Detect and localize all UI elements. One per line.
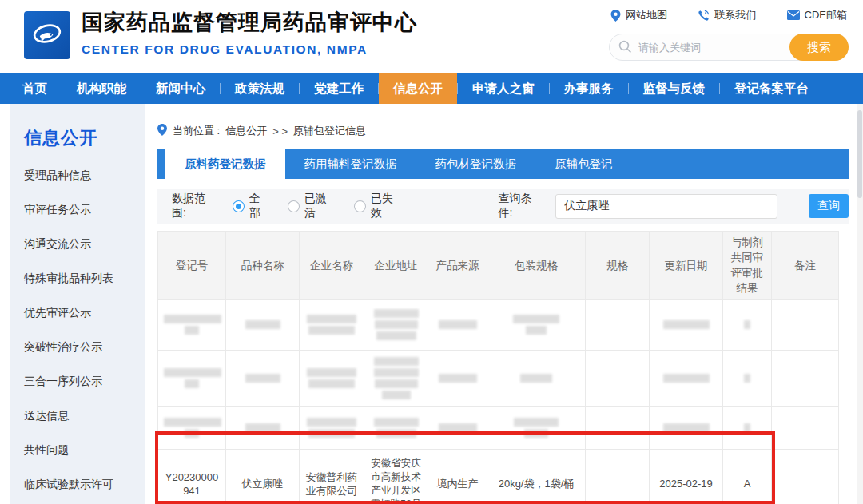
query-input[interactable] [555, 194, 777, 219]
scrollbar-thumb[interactable] [857, 110, 862, 198]
col-header-remarks: 备注 [772, 232, 839, 300]
nav-item-supervision[interactable]: 监督与反馈 [629, 73, 720, 104]
sidebar-item-special-approval[interactable]: 特殊审批品种列表 [24, 261, 145, 296]
sidebar-item-accepted-varieties[interactable]: 受理品种信息 [24, 158, 145, 192]
tab-excipient-registration[interactable]: 药用辅料登记数据 [285, 149, 416, 179]
redacted-cell [650, 407, 723, 450]
cde-logo[interactable] [24, 11, 70, 59]
cell-company-name: 安徽普利药业有限公司 [300, 450, 364, 504]
mail-icon [787, 10, 800, 20]
redacted-cell [586, 300, 650, 351]
site-subtitle: CENTER FOR DRUG EVALUATION, NMPA [82, 42, 417, 57]
table-header-row: 登记号 品种名称 企业名称 企业地址 产品来源 包装规格 规格 更新日期 与制剂… [158, 232, 839, 300]
nav-item-policy[interactable]: 政策法规 [221, 73, 299, 104]
redacted-cell [158, 300, 226, 351]
cell-joint-review-result: A [723, 450, 772, 504]
sidebar: 信息公开 受理品种信息 审评任务公示 沟通交流公示 特殊审批品种列表 优先审评公… [10, 104, 145, 504]
radio-option-all[interactable]: 全部 [233, 192, 272, 220]
table-row-redacted [158, 300, 839, 351]
sidebar-item-review-tasks[interactable]: 审评任务公示 [24, 192, 145, 227]
redacted-cell [723, 351, 772, 407]
breadcrumb-pin-icon [157, 124, 167, 138]
redacted-cell [300, 351, 364, 407]
redacted-cell [428, 407, 487, 450]
redacted-cell [226, 407, 300, 450]
col-header-packaging-spec: 包装规格 [487, 232, 586, 300]
radio-icon [288, 200, 300, 212]
mailbox-label: CDE邮箱 [805, 8, 847, 22]
table-row-highlighted: Y20230000941 伏立康唑 安徽普利药业有限公司 安徽省安庆市高新技术产… [158, 450, 839, 504]
sitemap-link[interactable]: 网站地图 [610, 8, 667, 22]
nav-item-info-disclosure[interactable]: 信息公开 [379, 73, 457, 104]
cell-registration-no: Y20230000941 [158, 450, 226, 504]
cell-update-date: 2025-02-19 [650, 450, 723, 504]
contact-link[interactable]: 联系我们 [698, 8, 756, 22]
col-header-company-name: 企业名称 [300, 232, 364, 300]
table-row-redacted [158, 351, 839, 407]
nav-item-applicant-window[interactable]: 申请人之窗 [458, 73, 549, 104]
cell-product-source: 境内生产 [428, 450, 487, 504]
breadcrumb-current-page: 原辅包登记信息 [293, 124, 366, 138]
breadcrumb: 当前位置 : 信息公开 > > 原辅包登记信息 [157, 124, 849, 138]
nav-item-registration-platform[interactable]: 登记备案平台 [720, 73, 823, 104]
col-header-joint-review-result: 与制剂共同审评审批结果 [723, 232, 772, 300]
sidebar-item-communication[interactable]: 沟通交流公示 [24, 227, 145, 261]
sidebar-item-breakthrough-therapy[interactable]: 突破性治疗公示 [24, 330, 145, 364]
redacted-cell [586, 407, 650, 450]
radio-option-activated[interactable]: 已激活 [288, 192, 338, 220]
nav-item-news[interactable]: 新闻中心 [141, 73, 220, 104]
radio-label: 已失效 [371, 192, 404, 220]
main-navbar: 首页 机构职能 新闻中心 政策法规 党建工作 信息公开 申请人之窗 办事服务 监… [0, 73, 863, 104]
tab-bar: 原料药登记数据 药用辅料登记数据 药包材登记数据 原辅包登记 [157, 149, 849, 179]
nav-item-functions[interactable]: 机构职能 [62, 73, 141, 104]
search-button[interactable]: 搜索 [789, 34, 849, 61]
redacted-cell [650, 300, 723, 351]
sidebar-item-delivery-info[interactable]: 送达信息 [24, 399, 145, 433]
quick-links: 网站地图 联系我们 CDE邮箱 [609, 8, 849, 22]
redacted-cell [586, 351, 650, 407]
sidebar-item-clinical-trial-license[interactable]: 临床试验默示许可 [24, 467, 145, 502]
sidebar-item-priority-review[interactable]: 优先审评公示 [24, 296, 145, 330]
nav-item-services[interactable]: 办事服务 [550, 73, 628, 104]
col-header-spec: 规格 [586, 232, 650, 300]
sidebar-item-common-issues[interactable]: 共性问题 [24, 433, 145, 467]
search-icon [618, 40, 632, 57]
radio-label: 全部 [249, 192, 272, 220]
cell-spec [586, 450, 650, 504]
redacted-cell [487, 351, 586, 407]
filter-bar: 数据范围: 全部 已激活 已失效 查询条件: [157, 189, 849, 224]
breadcrumb-section-link[interactable]: 信息公开 [225, 124, 267, 138]
data-scope-label: 数据范围: [172, 192, 220, 220]
nav-item-party[interactable]: 党建工作 [300, 73, 378, 104]
tab-api-registration[interactable]: 原料药登记数据 [165, 149, 285, 179]
scrollbar-track [857, 104, 863, 504]
tab-apief-registration[interactable]: 原辅包登记 [535, 149, 632, 179]
tab-packaging-registration[interactable]: 药包材登记数据 [416, 149, 536, 179]
redacted-cell [364, 351, 428, 407]
results-table-wrap: 登记号 品种名称 企业名称 企业地址 产品来源 包装规格 规格 更新日期 与制剂… [157, 231, 849, 504]
sitemap-label: 网站地图 [626, 8, 667, 22]
results-table: 登记号 品种名称 企业名称 企业地址 产品来源 包装规格 规格 更新日期 与制剂… [157, 231, 839, 504]
radio-icon [233, 200, 245, 212]
mailbox-link[interactable]: CDE邮箱 [787, 8, 847, 22]
nav-item-home[interactable]: 首页 [8, 73, 62, 104]
sidebar-item-three-in-one[interactable]: 三合一序列公示 [24, 364, 145, 399]
breadcrumb-separator: > > [272, 125, 288, 137]
cell-remarks [772, 450, 839, 504]
contact-label: 联系我们 [714, 8, 756, 22]
radio-option-expired[interactable]: 已失效 [354, 192, 404, 220]
search-bar: 搜索 [609, 34, 849, 61]
redacted-cell [723, 300, 772, 351]
redacted-cell [300, 407, 364, 450]
query-button[interactable]: 查询 [809, 194, 849, 218]
breadcrumb-label: 当前位置 : [173, 124, 220, 138]
redacted-cell [428, 351, 487, 407]
page: 国家药品监督管理局药品审评中心 CENTER FOR DRUG EVALUATI… [0, 0, 863, 504]
table-row-redacted [158, 407, 839, 450]
cell-company-address: 安徽省安庆市高新技术产业开发区霞虹路58号 [364, 450, 428, 504]
radio-label: 已激活 [304, 192, 338, 220]
col-header-variety-name: 品种名称 [226, 232, 300, 300]
redacted-cell [364, 300, 428, 351]
redacted-cell [650, 351, 723, 407]
redacted-cell [226, 300, 300, 351]
